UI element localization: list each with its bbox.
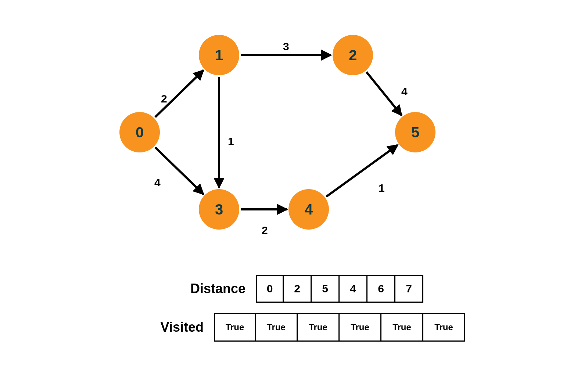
distance-cells-cell-3: 4 <box>340 275 368 303</box>
edge-weight-0-3: 4 <box>154 176 161 189</box>
diagram-canvas: 012345 2431421 Distance 025467 Visited T… <box>0 0 588 382</box>
edge-weight-0-1: 2 <box>161 93 167 105</box>
edge-2-5-line <box>366 72 402 115</box>
graph-node-5: 5 <box>395 112 435 152</box>
distance-cells-cell-0: 0 <box>256 275 284 303</box>
graph-node-4: 4 <box>288 189 329 230</box>
visited-cells-cell-1: True <box>256 313 298 342</box>
graph-node-3: 3 <box>199 189 239 230</box>
edge-0-3-line <box>155 147 203 194</box>
distance-row: Distance 025467 <box>0 275 588 303</box>
graph-edges-svg <box>0 0 588 272</box>
edge-weight-1-2: 3 <box>283 40 289 53</box>
visited-cells-cell-5: True <box>423 313 465 342</box>
distance-label: Distance <box>165 281 245 296</box>
visited-cells-cell-2: True <box>298 313 340 342</box>
distance-cells-cell-1: 2 <box>284 275 312 303</box>
visited-label: Visited <box>123 320 204 335</box>
edge-weight-4-5: 1 <box>379 182 385 194</box>
edge-weight-2-5: 4 <box>401 85 408 98</box>
state-tables: Distance 025467 Visited TrueTrueTrueTrue… <box>0 264 588 342</box>
edge-weight-3-4: 2 <box>262 224 268 237</box>
distance-cells-cell-2: 5 <box>312 275 340 303</box>
visited-cells-cell-3: True <box>340 313 381 342</box>
visited-row: Visited TrueTrueTrueTrueTrueTrue <box>0 313 588 342</box>
visited-cells-cell-4: True <box>381 313 423 342</box>
edge-weight-1-3: 1 <box>228 135 234 148</box>
distance-cells-cell-4: 6 <box>368 275 395 303</box>
edge-4-5-line <box>326 145 398 197</box>
visited-cells: TrueTrueTrueTrueTrueTrue <box>214 313 465 342</box>
distance-cells: 025467 <box>256 275 423 303</box>
graph-node-0: 0 <box>119 112 160 152</box>
graph-node-2: 2 <box>333 35 373 75</box>
visited-cells-cell-0: True <box>214 313 256 342</box>
distance-cells-cell-5: 7 <box>395 275 423 303</box>
graph-node-1: 1 <box>199 35 239 75</box>
